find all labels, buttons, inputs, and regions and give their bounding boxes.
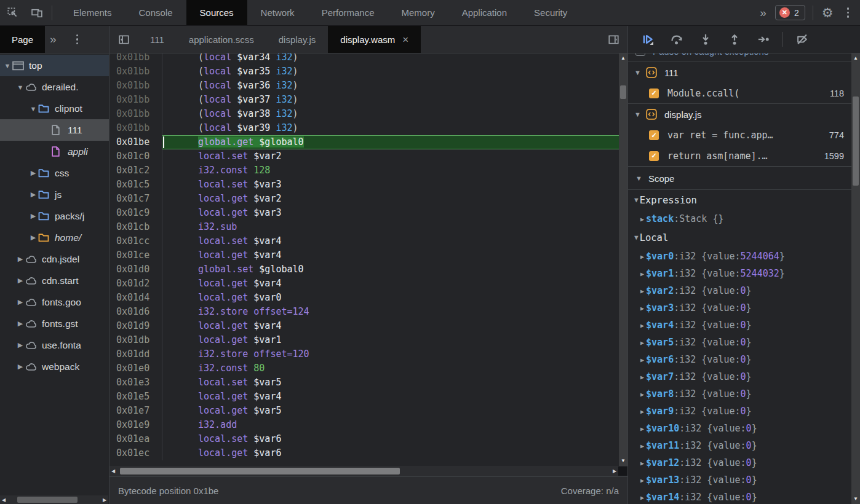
tree-item-cdn-jsdel[interactable]: ▶cdn.jsdel [0, 248, 109, 270]
close-icon[interactable]: × [402, 34, 408, 45]
show-debugger-panel-icon[interactable] [599, 26, 627, 53]
code-line[interactable]: 0x01eclocal.get $var6 [109, 446, 619, 460]
scope-variable-var7[interactable]: ▶$var7: i32 {value: 0} [628, 368, 851, 385]
breakpoint-row[interactable]: ✓var ret = func.app…774 [628, 125, 851, 146]
sidebar-more-options-icon[interactable] [69, 34, 86, 45]
tree-item-webpack[interactable]: ▶webpack [0, 356, 109, 377]
scope-variable-var0[interactable]: ▶$var0: i32 {value: 5244064} [628, 248, 851, 265]
code-line[interactable]: 0x01e5local.get $var4 [109, 390, 619, 404]
chevron-right-icon[interactable]: ▶ [640, 425, 644, 432]
scope-variable-var3[interactable]: ▶$var3: i32 {value: 0} [628, 299, 851, 317]
scrollbar-thumb[interactable] [853, 96, 859, 186]
tree-item-fonts-goo[interactable]: ▶fonts.goo [0, 291, 109, 313]
breakpoint-checkbox[interactable]: ✓ [649, 89, 659, 98]
tree-item-js[interactable]: ▶js [0, 184, 109, 205]
code-line[interactable]: 0x01ddi32.store offset=120 [109, 347, 619, 361]
step-over-button[interactable] [671, 33, 683, 45]
scope-variable-var11[interactable]: ▶$var11: i32 {value: 0} [628, 437, 851, 454]
tab-network[interactable]: Network [247, 0, 308, 25]
code-line[interactable]: 0x01dblocal.get $var1 [109, 333, 619, 347]
chevron-right-icon[interactable]: ▶ [640, 374, 644, 380]
chevron-right-icon[interactable]: ▶ [640, 356, 644, 363]
chevron-right-icon[interactable]: ▶ [640, 494, 644, 501]
tree-item-appli[interactable]: appli [0, 141, 109, 162]
breakpoint-group-111[interactable]: ▼111 [628, 62, 851, 83]
chevron-right-icon[interactable]: ▶ [28, 212, 38, 220]
code-line[interactable]: 0x01bb(local $var35 i32) [109, 65, 619, 79]
chevron-right-icon[interactable]: ▶ [28, 191, 38, 199]
tab-sources[interactable]: Sources [186, 0, 247, 25]
chevron-down-icon[interactable]: ▼ [634, 111, 641, 118]
code-line[interactable]: 0x01d4local.get $var0 [109, 291, 619, 305]
code-line[interactable]: 0x01bb(local $var37 i32) [109, 93, 619, 107]
chevron-right-icon[interactable]: ▶ [640, 305, 644, 312]
scroll-left-icon[interactable]: ◀ [109, 468, 117, 474]
resume-script-button[interactable] [642, 33, 654, 45]
code-vertical-scrollbar[interactable]: ▲ ▼ [619, 53, 627, 466]
scrollbar-thumb[interactable] [620, 85, 626, 99]
chevron-right-icon[interactable]: ▶ [640, 477, 644, 484]
code-line[interactable]: 0x01bb(local $var36 i32) [109, 79, 619, 93]
step-into-button[interactable] [699, 33, 712, 45]
tree-item-cdn-start[interactable]: ▶cdn.start [0, 270, 109, 291]
tree-item-home[interactable]: ▶home/ [0, 227, 109, 248]
inspect-element-icon[interactable] [0, 0, 25, 25]
more-sidebar-tabs-icon[interactable]: » [45, 33, 60, 46]
code-line-current[interactable]: 0x01beglobal.get $global0 [109, 135, 619, 149]
device-toolbar-icon[interactable] [25, 0, 49, 25]
editor-tab-application-scss[interactable]: application.scss [177, 26, 266, 53]
pause-on-caught-exceptions-row[interactable]: Pause on caught exceptions [628, 53, 851, 62]
scroll-right-icon[interactable]: ▶ [101, 497, 108, 503]
tab-elements[interactable]: Elements [60, 0, 125, 25]
chevron-right-icon[interactable]: ▶ [640, 253, 644, 260]
scope-variable-var14[interactable]: ▶$var14: i32 {value: 0} [628, 489, 851, 504]
scroll-left-icon[interactable]: ◀ [0, 497, 7, 503]
code-line[interactable]: 0x01bb(local $var38 i32) [109, 107, 619, 121]
scope-section-header[interactable]: ▼ Scope [628, 167, 851, 190]
chevron-right-icon[interactable]: ▶ [15, 298, 25, 306]
code-line[interactable]: 0x01c7local.get $var2 [109, 192, 619, 206]
sidebar-horizontal-scrollbar[interactable]: ◀ ▶ [0, 495, 108, 504]
more-options-icon[interactable] [840, 7, 857, 18]
chevron-right-icon[interactable]: ▶ [15, 277, 25, 285]
code-line[interactable]: 0x01ealocal.set $var6 [109, 432, 619, 446]
tree-item-css[interactable]: ▶css [0, 162, 109, 184]
scrollbar-thumb[interactable] [120, 468, 400, 474]
tab-console[interactable]: Console [125, 0, 186, 25]
chevron-right-icon[interactable]: ▶ [640, 391, 644, 398]
chevron-down-icon[interactable]: ▼ [28, 105, 38, 112]
editor-tab-display-js[interactable]: display.js [266, 26, 328, 53]
chevron-right-icon[interactable]: ▶ [28, 234, 38, 242]
scope-variable-var10[interactable]: ▶$var10: i32 {value: 0} [628, 420, 851, 437]
chevron-right-icon[interactable]: ▶ [15, 341, 25, 349]
editor-tab-111[interactable]: 111 [138, 26, 177, 53]
tab-application[interactable]: Application [448, 0, 520, 25]
code-horizontal-scrollbar[interactable]: ◀ ▶ [109, 466, 627, 476]
breakpoint-checkbox[interactable]: ✓ [649, 130, 659, 140]
scope-section-expression[interactable]: ▼Expression [628, 190, 851, 210]
code-line[interactable]: 0x01d2local.get $var4 [109, 277, 619, 291]
scrollbar-thumb[interactable] [17, 497, 78, 503]
tree-item-clipnot[interactable]: ▼clipnot [0, 98, 109, 119]
scroll-up-icon[interactable]: ▲ [851, 55, 860, 62]
tab-performance[interactable]: Performance [308, 0, 388, 25]
scope-section-local[interactable]: ▼Local [628, 227, 851, 248]
scroll-up-icon[interactable]: ▲ [619, 55, 627, 62]
scope-variable-var12[interactable]: ▶$var12: i32 {value: 0} [628, 454, 851, 471]
tree-item-top[interactable]: ▼top [0, 55, 109, 76]
code-line[interactable]: 0x01cclocal.set $var4 [109, 234, 619, 248]
code-line[interactable]: 0x01bb(local $var34 i32) [109, 53, 619, 65]
code-line[interactable]: 0x01d6i32.store offset=124 [109, 305, 619, 319]
code-line[interactable]: 0x01c9local.get $var3 [109, 206, 619, 220]
tree-item-use-fonta[interactable]: ▶use.fonta [0, 334, 109, 356]
scope-variable-var4[interactable]: ▶$var4: i32 {value: 0} [628, 317, 851, 334]
chevron-down-icon[interactable]: ▼ [634, 69, 641, 76]
scroll-down-icon[interactable]: ▼ [619, 457, 627, 465]
breakpoint-checkbox[interactable]: ✓ [649, 151, 659, 161]
code-line[interactable]: 0x01e3local.set $var5 [109, 376, 619, 390]
scope-variable-var13[interactable]: ▶$var13: i32 {value: 0} [628, 471, 851, 489]
scope-variable-var6[interactable]: ▶$var6: i32 {value: 0} [628, 351, 851, 368]
breakpoint-row[interactable]: ✓Module.ccall(118 [628, 83, 851, 104]
code-line[interactable]: 0x01d0global.set $global0 [109, 262, 619, 277]
scroll-right-icon[interactable]: ▶ [611, 468, 618, 474]
